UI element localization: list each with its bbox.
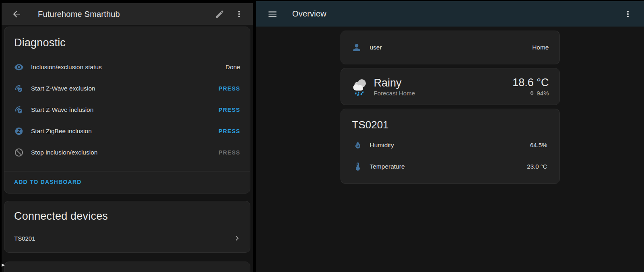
row-start-zwave-exclusion[interactable]: Z Start Z-Wave exclusion PRESS: [4, 78, 250, 99]
sensor-row-label: Temperature: [370, 163, 405, 170]
weather-state: Rainy: [374, 77, 415, 89]
connected-device-row-ts0201[interactable]: TS0201: [4, 227, 250, 250]
eye-icon: [14, 62, 24, 72]
water-percent-icon: [529, 90, 535, 97]
diagnostic-card: Diagnostic Inclusion/exclusion status Do…: [4, 27, 250, 194]
device-overflow-menu-button[interactable]: [233, 8, 246, 21]
diagnostic-rows: Inclusion/exclusion status Done: [4, 56, 250, 163]
press-button-disabled: PRESS: [219, 149, 240, 156]
sidebar-menu-button[interactable]: [266, 7, 279, 21]
device-page-content: Diagnostic Inclusion/exclusion status Do…: [2, 25, 253, 272]
water-percent-icon: [353, 140, 363, 150]
sensor-row-humidity[interactable]: Humidity 64.5%: [341, 134, 559, 156]
row-inclusion-exclusion-status[interactable]: Inclusion/exclusion status Done: [4, 56, 250, 78]
press-button[interactable]: PRESS: [219, 128, 240, 134]
automations-card: Automations: [4, 262, 250, 272]
svg-text:Z: Z: [17, 128, 21, 134]
sensor-row-temperature[interactable]: Temperature 23.0 °C: [341, 156, 559, 177]
back-button[interactable]: [10, 7, 23, 21]
row-label: Start Z-Wave exclusion: [31, 85, 95, 92]
user-entity-name: user: [370, 44, 382, 51]
sensor-card-title: TS0201: [341, 109, 559, 134]
press-button[interactable]: PRESS: [219, 85, 240, 92]
pencil-icon: [215, 9, 225, 19]
diagnostic-card-title: Diagnostic: [4, 27, 250, 52]
connected-devices-card: Connected devices TS0201: [4, 201, 250, 253]
user-entity-card[interactable]: user Home: [341, 31, 560, 64]
row-label: Inclusion/exclusion status: [31, 64, 102, 71]
weather-card[interactable]: Rainy Forecast Home 18.6 °C 94%: [341, 68, 560, 105]
device-detail-panel: Futurehome Smarthub Diagnostic: [0, 0, 253, 272]
row-label: Stop inclusion/exclusion: [31, 149, 97, 156]
weather-source: Forecast Home: [374, 90, 415, 97]
press-button[interactable]: PRESS: [219, 107, 240, 113]
diagnostic-card-actions: ADD TO DASHBOARD: [4, 171, 250, 193]
row-label: Start Z-Wave inclusion: [31, 106, 93, 113]
overview-panel: Overview user Home: [256, 0, 644, 272]
svg-text:Z: Z: [19, 88, 21, 91]
arrow-left-icon: [11, 9, 22, 19]
overview-overflow-menu-button[interactable]: [621, 8, 634, 21]
weather-rainy-icon: [348, 75, 371, 98]
zwave-icon: Z: [14, 84, 24, 93]
svg-text:Z: Z: [19, 109, 21, 113]
zwave-icon: Z: [14, 105, 24, 115]
ts0201-sensor-card: TS0201 Humidity 64.5% Temperature 23.0 °…: [341, 109, 560, 184]
row-start-zigbee-inclusion[interactable]: Z Start ZigBee inclusion PRESS: [4, 120, 250, 142]
sensor-row-value: 64.5%: [530, 142, 547, 148]
thermometer-icon: [353, 162, 363, 171]
sensor-row-value: 23.0 °C: [527, 163, 547, 170]
overview-app-bar: Overview: [256, 1, 644, 27]
row-stop-inclusion-exclusion[interactable]: Stop inclusion/exclusion PRESS: [4, 142, 250, 163]
overview-page-title: Overview: [292, 9, 621, 19]
row-start-zwave-inclusion[interactable]: Z Start Z-Wave inclusion PRESS: [4, 99, 250, 120]
device-app-bar: Futurehome Smarthub: [2, 3, 253, 25]
weather-temperature: 18.6 °C: [512, 76, 549, 89]
cancel-icon: [14, 148, 24, 157]
edit-device-button[interactable]: [213, 8, 226, 21]
row-value: Done: [225, 64, 240, 71]
device-page-title: Futurehome Smarthub: [38, 10, 213, 19]
dots-vertical-icon: [623, 9, 633, 19]
connected-devices-title: Connected devices: [4, 201, 250, 227]
zigbee-icon: Z: [14, 126, 24, 136]
screen: Futurehome Smarthub Diagnostic: [0, 0, 644, 272]
overview-content: user Home: [256, 27, 644, 184]
dots-vertical-icon: [234, 9, 244, 19]
hamburger-menu-icon: [267, 9, 278, 19]
row-label: Start ZigBee inclusion: [31, 128, 92, 135]
account-icon: [351, 42, 362, 53]
weather-humidity: 94%: [537, 90, 549, 97]
sensor-row-label: Humidity: [370, 142, 394, 149]
device-name: TS0201: [14, 235, 35, 242]
chevron-right-icon: [232, 233, 242, 243]
user-entity-state: Home: [532, 44, 549, 51]
add-to-dashboard-button[interactable]: ADD TO DASHBOARD: [14, 179, 82, 185]
panel-divider: [253, 0, 256, 272]
